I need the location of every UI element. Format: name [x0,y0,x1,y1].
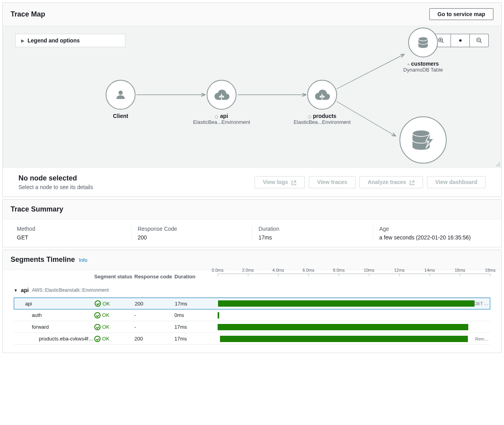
segment-bar-container [218,309,490,321]
segment-name: api [14,301,95,307]
products-node[interactable]: ◌ products ElasticBea...Environment [287,80,357,125]
status-ok-badge: OK [94,312,134,318]
trace-summary-panel: Trace Summary Method GET Response Code 2… [2,199,502,247]
legend-label: Legend and options [27,37,80,44]
tick: 12ms [394,268,405,272]
segment-bar-container: GET … [218,298,490,309]
zoom-out-icon [476,37,482,44]
no-node-title: No node selected [18,174,93,182]
segment-row[interactable]: forwardOK-17ms [14,321,490,333]
tick: 16ms [455,268,465,272]
caret-right-icon: ▶ [21,39,24,43]
group-name: api [21,287,29,293]
timeline-axis: 0.0ms2.0ms4.0ms6.0ms8.0ms10ms12ms14ms16m… [218,274,490,281]
database-bolt-icon [410,129,436,151]
legend-options-toggle[interactable]: ▶ Legend and options [15,34,125,47]
status-ok-badge: OK [94,324,134,330]
segment-name: forward [14,324,94,330]
segment-bar [218,324,468,330]
summary-age-value: a few seconds (2022-01-20 16:35:56) [379,234,488,241]
tick: 2.0ms [242,268,254,272]
trace-summary-header: Trace Summary [3,200,501,219]
client-node[interactable]: Client [85,80,156,119]
user-icon [114,88,127,101]
segment-duration: 17ms [174,336,218,342]
segment-group-header[interactable]: ▼ api AWS::ElasticBeanstalk::Environment [14,283,490,298]
segment-bar-label: Rem… [475,337,489,341]
client-node-circle [106,80,136,110]
node-selection-panel: No node selected Select a node to see it… [3,167,501,197]
customers-label: customers [411,61,439,67]
view-traces-button[interactable]: View traces [309,176,356,188]
info-link[interactable]: Info [79,257,88,263]
database-icon [417,37,429,48]
api-node-circle [207,80,236,110]
storage-node[interactable] [388,116,458,164]
segments-title: Segments Timeline [11,256,75,264]
resize-handle-icon[interactable] [496,162,500,167]
timeline-header-row: Segment status Response code Duration 0.… [14,274,490,281]
segment-bar [220,336,468,342]
trace-map-canvas[interactable]: ▶ Legend and options Client [3,26,501,167]
status-ok-badge: OK [94,336,134,342]
tick: 8.0ms [333,268,345,272]
tick: 6.0ms [302,268,314,272]
segment-bar [218,312,219,318]
summary-method: Method GET [11,226,131,241]
external-link-icon [409,180,415,186]
external-link-icon [291,180,297,186]
segment-row[interactable]: authOK-0ms [14,309,490,321]
col-code: Response code [134,274,174,281]
segment-row[interactable]: apiOK20017msGET … [14,298,490,309]
view-dashboard-button[interactable]: View dashboard [427,176,486,188]
segment-duration: 0ms [174,312,218,318]
col-duration: Duration [174,274,218,281]
summary-duration-value: 17ms [258,234,367,241]
analyze-traces-button[interactable]: Analyze traces [359,176,423,188]
status-ok-badge: OK [95,300,135,307]
tick: 18ms [485,268,496,272]
tick: 10ms [364,268,374,272]
segment-bar [218,300,475,307]
svg-point-11 [119,90,123,95]
trace-map-title: Trace Map [11,10,45,18]
segment-duration: 17ms [174,324,218,330]
segment-bar-label: GET … [474,301,488,306]
segment-code: - [134,324,174,330]
caret-down-icon: ▼ [14,288,18,293]
segment-name: products.eba-cvkws4f… [14,336,94,342]
tick: 0.0ms [212,268,224,272]
api-label: api [220,113,228,119]
products-node-circle [307,80,337,110]
trace-summary-title: Trace Summary [11,205,63,213]
products-label: products [313,113,337,119]
customers-node[interactable]: ○ customers DynamoDB Table [388,28,458,73]
summary-method-value: GET [17,234,125,241]
segment-row[interactable]: products.eba-cvkws4f…OK20017msRem… [14,333,490,345]
check-circle-icon [94,336,101,342]
segment-code: 200 [134,336,174,342]
zoom-out-button[interactable] [469,34,488,47]
col-status: Segment status [94,274,134,281]
go-to-service-map-button[interactable]: Go to service map [429,8,493,20]
segment-code: - [134,312,174,318]
segment-bar-container: Rem… [218,333,490,344]
summary-code: Response Code 200 [131,226,252,241]
customers-subtitle: DynamoDB Table [388,67,458,73]
segments-timeline-panel: Segments Timeline Info Segment status Re… [2,250,502,353]
segment-duration: 17ms [175,301,218,307]
group-type: AWS::ElasticBeanstalk::Environment [32,287,109,293]
api-subtitle: ElasticBea...Environment [186,119,257,125]
storage-node-circle [400,116,447,164]
view-logs-button[interactable]: View logs [255,176,305,188]
segment-name: auth [14,312,94,318]
customers-node-circle [408,28,438,57]
segment-code: 200 [135,301,175,307]
summary-age: Age a few seconds (2022-01-20 16:35:56) [373,226,494,241]
api-node[interactable]: ◌ api ElasticBea...Environment [186,80,257,125]
trace-summary-body: Method GET Response Code 200 Duration 17… [3,219,501,247]
tick: 14ms [424,268,435,272]
segment-bar-container [218,321,490,333]
no-node-subtitle: Select a node to see its details [18,184,93,190]
client-label: Client [85,113,156,119]
